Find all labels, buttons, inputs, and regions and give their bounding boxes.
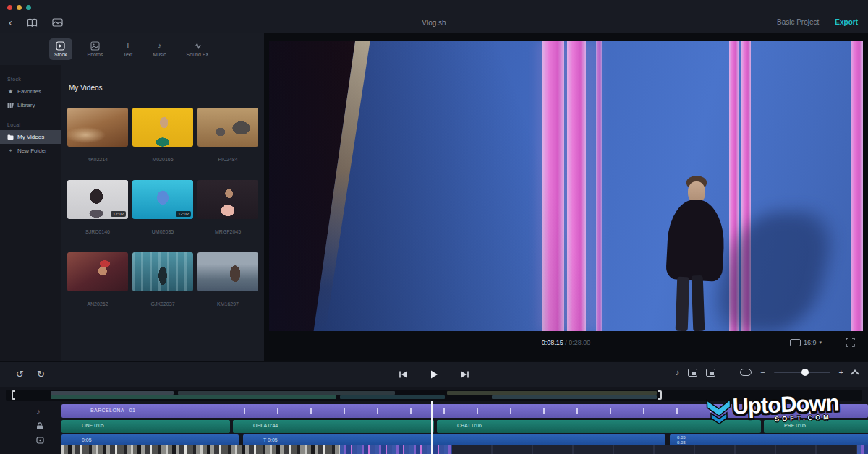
video-thumbnail[interactable] bbox=[197, 108, 258, 147]
media-content: My Videos 4K02214 M020165 PIC2484 12:02 … bbox=[61, 65, 264, 361]
tab-text[interactable]: T Text bbox=[118, 38, 137, 60]
video-card[interactable]: 12:02 UM02035 bbox=[132, 180, 193, 236]
track-audio-icon[interactable]: ♪ bbox=[36, 407, 41, 416]
video-clip-filmstrip[interactable] bbox=[340, 445, 452, 454]
pip-overlay-icon[interactable] bbox=[688, 369, 697, 377]
nav-item-favorites[interactable]: ★ Favorites bbox=[0, 85, 61, 98]
video-thumbnail[interactable]: 12:02 bbox=[132, 180, 193, 219]
text-clip[interactable]: PRE 0:05 bbox=[764, 420, 868, 433]
timeline: ♪ BARCELONA - 01 ONE 0:05 OHLA 0:44 CHAT… bbox=[0, 387, 868, 454]
video-card[interactable]: GJK02037 bbox=[132, 252, 193, 308]
zoom-in-icon[interactable]: + bbox=[839, 368, 843, 377]
tab-soundfx[interactable]: Sound FX bbox=[182, 38, 214, 60]
video-card[interactable]: KM16297 bbox=[197, 252, 258, 308]
stock-video-icon bbox=[56, 41, 65, 51]
music-icon: ♪ bbox=[155, 41, 164, 51]
tab-label: Stock bbox=[54, 52, 67, 57]
text-clip[interactable]: ONE 0:05 bbox=[61, 420, 230, 433]
beat-ticks bbox=[61, 404, 868, 418]
video-name: SJRC0146 bbox=[67, 228, 128, 236]
audio-track-icon[interactable]: ♪ bbox=[676, 368, 680, 377]
video-card[interactable]: PIC2484 bbox=[197, 108, 258, 163]
play-button[interactable] bbox=[429, 369, 439, 380]
tab-label: Sound FX bbox=[187, 52, 209, 57]
preview-controls: 0:08.15 / 0:28.00 16:9 ▾ bbox=[264, 335, 868, 354]
video-card[interactable]: 12:02 SJRC0146 bbox=[67, 180, 128, 236]
nav-item-my-videos[interactable]: My Videos bbox=[0, 130, 61, 144]
folder-icon bbox=[7, 134, 14, 140]
close-window-button[interactable] bbox=[7, 5, 12, 10]
text-clip[interactable]: CHAT 0:06 bbox=[437, 420, 761, 433]
video-thumbnail[interactable] bbox=[67, 252, 128, 291]
video-thumbnail[interactable] bbox=[197, 180, 258, 219]
timeline-zoom-slider[interactable] bbox=[774, 372, 830, 373]
app-window: ‹ Vlog.sh Basic Project Export bbox=[0, 0, 868, 454]
video-thumbnail[interactable] bbox=[132, 108, 193, 147]
tab-stock[interactable]: Stock bbox=[49, 38, 72, 60]
star-icon: ★ bbox=[7, 88, 14, 95]
video-thumbnail[interactable] bbox=[197, 252, 258, 291]
minimap-range-handle[interactable] bbox=[12, 390, 15, 400]
minimap-range-handle[interactable] bbox=[658, 390, 662, 400]
zoom-out-icon[interactable]: − bbox=[760, 368, 765, 377]
effects-icon[interactable] bbox=[706, 369, 715, 377]
title-bar: ‹ Vlog.sh Basic Project Export bbox=[0, 0, 868, 33]
maximize-window-button[interactable] bbox=[26, 5, 31, 10]
audio-track[interactable]: BARCELONA - 01 bbox=[61, 404, 868, 418]
chevron-down-icon: ▾ bbox=[819, 340, 822, 346]
fullscreen-icon[interactable] bbox=[846, 338, 855, 347]
plus-icon: + bbox=[7, 147, 14, 154]
sound-fx-icon bbox=[193, 41, 203, 51]
video-clip-filmstrip[interactable] bbox=[61, 445, 340, 454]
next-frame-button[interactable] bbox=[461, 370, 469, 379]
content-title: My Videos bbox=[69, 84, 258, 92]
video-card[interactable]: 4K02214 bbox=[67, 108, 128, 163]
basic-project-button[interactable]: Basic Project bbox=[777, 18, 819, 26]
nav-label: My Videos bbox=[17, 134, 44, 140]
nav-item-library[interactable]: Library bbox=[0, 98, 61, 112]
video-name: UM02035 bbox=[132, 228, 193, 236]
zoom-slider-knob[interactable] bbox=[801, 369, 809, 376]
text-icon: T bbox=[123, 41, 132, 51]
video-card[interactable]: MRGF2045 bbox=[197, 180, 258, 236]
video-name: PIC2484 bbox=[197, 156, 258, 163]
tab-label: Text bbox=[123, 52, 132, 57]
video-frame[interactable] bbox=[269, 41, 863, 331]
text-clip[interactable]: OHLA 0:44 bbox=[233, 420, 434, 433]
video-track bbox=[0, 445, 868, 454]
video-card[interactable]: AN20262 bbox=[67, 252, 128, 308]
project-title[interactable]: Vlog.sh bbox=[0, 19, 868, 27]
video-card[interactable]: M020165 bbox=[132, 108, 193, 163]
ratio-value: 16:9 bbox=[804, 339, 817, 346]
collapse-timeline-icon[interactable] bbox=[851, 369, 859, 377]
aspect-ratio-selector[interactable]: 16:9 ▾ bbox=[790, 339, 822, 346]
current-time: 0:08.15 bbox=[542, 339, 563, 346]
video-thumbnail[interactable]: 12:02 bbox=[67, 180, 128, 219]
tab-photos[interactable]: Photos bbox=[82, 38, 109, 60]
video-clip-filmstrip[interactable] bbox=[857, 445, 868, 454]
media-nav: Stock ★ Favorites Library Local My Video… bbox=[0, 65, 61, 361]
tab-label: Music bbox=[153, 52, 166, 57]
nav-label: New Folder bbox=[17, 147, 47, 154]
monitor-icon bbox=[790, 339, 801, 346]
timeline-minimap[interactable] bbox=[6, 390, 862, 401]
video-name: 4K02214 bbox=[67, 156, 128, 163]
video-clip-filmstrip[interactable] bbox=[452, 445, 857, 454]
fit-timeline-icon[interactable] bbox=[740, 369, 752, 376]
export-button[interactable]: Export bbox=[835, 18, 858, 26]
media-panel: Stock Photos T Text ♪ Music Sound FX bbox=[0, 33, 264, 361]
video-thumbnail[interactable] bbox=[67, 108, 128, 147]
library-icon bbox=[7, 102, 14, 108]
video-name: GJK02037 bbox=[132, 301, 193, 308]
playhead[interactable] bbox=[431, 401, 433, 454]
tab-music[interactable]: ♪ Music bbox=[148, 38, 171, 60]
total-time: 0:28.00 bbox=[569, 339, 590, 346]
video-thumbnail[interactable] bbox=[132, 252, 193, 291]
timecode: 0:08.15 / 0:28.00 bbox=[264, 339, 868, 346]
minimize-window-button[interactable] bbox=[17, 5, 22, 10]
nav-label: Library bbox=[17, 102, 35, 108]
previous-frame-button[interactable] bbox=[399, 370, 407, 379]
nav-item-new-folder[interactable]: + New Folder bbox=[0, 144, 61, 158]
text-track: ONE 0:05 OHLA 0:44 CHAT 0:06 PRE 0:05 bbox=[0, 420, 868, 433]
duration-badge: 12:02 bbox=[111, 211, 126, 217]
